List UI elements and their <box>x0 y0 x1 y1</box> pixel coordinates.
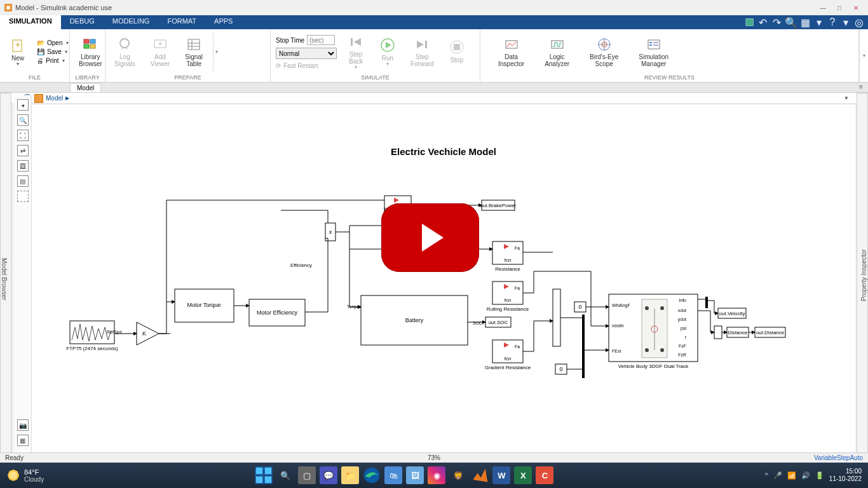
save-icon[interactable] <box>745 17 754 28</box>
canvas[interactable]: Electric Vechicle Model RefSpd FTP75 (24… <box>32 104 855 461</box>
add-viewer-button[interactable]: + Add Viewer <box>146 36 175 69</box>
taskview-button[interactable]: ▢ <box>298 466 316 484</box>
search-button[interactable]: 🔍 <box>276 466 294 484</box>
status-ready: Ready <box>5 454 24 461</box>
step-forward-icon <box>413 37 431 52</box>
svg-rect-33 <box>653 42 658 43</box>
svg-text:Fa: Fa <box>515 286 520 290</box>
tab-debug[interactable]: DEBUG <box>61 15 104 29</box>
weather-widget[interactable]: 84°F Cloudy <box>0 468 44 483</box>
model-tab[interactable]: Model <box>70 83 101 92</box>
svg-text:xdot: xdot <box>678 308 686 313</box>
model-browser-panel[interactable]: Model Browser <box>0 93 11 461</box>
status-zoom[interactable]: 73% <box>428 454 440 461</box>
store-icon[interactable]: 🛍 <box>384 466 402 484</box>
tab-modeling[interactable]: MODELING <box>104 15 159 29</box>
tab-format[interactable]: FORMAT <box>158 15 205 29</box>
explorer-icon[interactable]: 📁 <box>341 466 359 484</box>
camtasia-icon[interactable]: C <box>536 466 553 484</box>
svg-marker-19 <box>386 42 391 48</box>
library-icon <box>81 37 99 52</box>
search-icon[interactable]: 🔍 <box>785 17 797 28</box>
svg-text:Info: Info <box>679 298 686 302</box>
image-button[interactable]: 🖼 <box>17 160 29 172</box>
start-button[interactable] <box>255 466 273 484</box>
volume-icon[interactable]: 🔊 <box>801 471 810 480</box>
svg-rect-117 <box>265 477 272 484</box>
library-browser-button[interactable]: Library Browser <box>74 36 107 69</box>
close-button[interactable]: ✕ <box>848 4 864 11</box>
mic-icon[interactable]: 🎤 <box>773 471 782 480</box>
autoroute-button[interactable]: ⇄ <box>17 145 29 156</box>
tab-apps[interactable]: APPS <box>205 15 241 29</box>
step-forward-button[interactable]: Step Forward <box>405 36 439 69</box>
fast-restart-button[interactable]: ⟳ Fast Restart <box>276 61 337 69</box>
status-solver[interactable]: VariableStepAuto <box>814 454 863 461</box>
minimize-button[interactable]: — <box>815 4 831 11</box>
simulation-manager-button[interactable]: Simulation Manager <box>634 36 674 69</box>
edge-icon[interactable] <box>363 466 381 484</box>
area-button[interactable] <box>17 191 29 202</box>
instagram-icon[interactable]: ◉ <box>428 466 445 484</box>
wifi-icon[interactable]: 📶 <box>787 471 796 480</box>
undo-icon[interactable]: ↶ <box>758 17 768 28</box>
sim-mode-select[interactable]: Normal <box>276 48 337 59</box>
record-button[interactable]: ▦ <box>17 435 29 446</box>
group-label-prepare: PREPARE <box>105 74 270 82</box>
svg-point-98 <box>645 348 649 352</box>
annotate-button[interactable]: ▤ <box>17 175 29 187</box>
svg-text:Distance: Distance <box>728 330 748 336</box>
word-icon[interactable]: W <box>492 466 510 484</box>
stop-button[interactable]: Stop <box>443 39 471 65</box>
birds-eye-scope-button[interactable]: Bird's-Eye Scope <box>585 36 623 69</box>
chevron-right-icon: ▶ <box>65 95 69 101</box>
print-button[interactable]: 🖨Print▼ <box>34 57 72 65</box>
zoom-button[interactable]: 🔍 <box>17 114 29 126</box>
step-back-button[interactable]: Step Back ▼ <box>342 33 370 71</box>
group-label-file: FILE <box>0 74 69 82</box>
sim-manager-icon <box>645 37 663 52</box>
brave-icon[interactable]: 🦁 <box>449 466 467 484</box>
tab-simulation[interactable]: SIMULATION <box>0 15 61 29</box>
svg-point-96 <box>645 306 649 310</box>
redo-icon[interactable]: ↷ <box>772 17 782 28</box>
run-button[interactable]: Run▼ <box>374 37 402 67</box>
logic-analyzer-button[interactable]: Logic Analyzer <box>539 36 574 69</box>
prepare-expand-button[interactable]: ▾ <box>213 33 219 71</box>
ribbon-collapse-button[interactable]: ▾ <box>859 29 868 82</box>
svg-text:FzR: FzR <box>678 353 686 357</box>
window-title: Model - Simulink academic use <box>15 4 815 11</box>
svg-rect-6 <box>90 39 95 43</box>
breadcrumb-dropdown[interactable]: ▼ <box>844 95 849 101</box>
photos-icon[interactable]: 🖼 <box>406 466 424 484</box>
open-button[interactable]: 📂Open▼ <box>34 39 72 47</box>
help-icon[interactable]: ? <box>827 17 837 28</box>
fit-button[interactable]: ⛶ <box>17 130 29 141</box>
chevron-down-icon[interactable]: ▾ <box>814 17 824 28</box>
svg-rect-110 <box>714 326 722 339</box>
tab-config-button[interactable]: ≡ <box>857 83 865 90</box>
target-icon[interactable]: ◎ <box>855 17 864 28</box>
excel-icon[interactable]: X <box>514 466 532 484</box>
log-signals-button[interactable]: Log Signals <box>109 36 140 69</box>
svg-marker-38 <box>137 322 159 345</box>
breadcrumb-root[interactable]: Model <box>46 95 63 102</box>
save-button[interactable]: 💾Save▼ <box>34 48 72 56</box>
maximize-button[interactable]: □ <box>831 4 848 11</box>
signal-table-button[interactable]: Signal Table <box>180 36 208 69</box>
teams-icon[interactable]: 💬 <box>320 466 337 484</box>
property-inspector-panel[interactable]: Property Inspector <box>857 93 868 461</box>
new-button[interactable]: + New ▼ <box>4 37 32 67</box>
stoptime-input[interactable] <box>307 35 335 45</box>
tray-chevron-icon[interactable]: ^ <box>765 471 768 479</box>
grid-icon[interactable]: ▦ <box>801 17 810 28</box>
battery-icon[interactable]: 🔋 <box>815 471 824 480</box>
youtube-play-button[interactable] <box>381 203 479 272</box>
svg-text:ydot: ydot <box>678 317 686 322</box>
clock[interactable]: 15:00 11-10-2022 <box>829 468 862 483</box>
data-inspector-button[interactable]: Data Inspector <box>493 36 529 69</box>
screenshot-button[interactable]: 📷 <box>17 419 29 431</box>
hide-browser-button[interactable]: ◂ <box>17 99 29 111</box>
chevron-down-icon[interactable]: ▾ <box>841 17 851 28</box>
matlab-icon[interactable] <box>471 466 489 484</box>
